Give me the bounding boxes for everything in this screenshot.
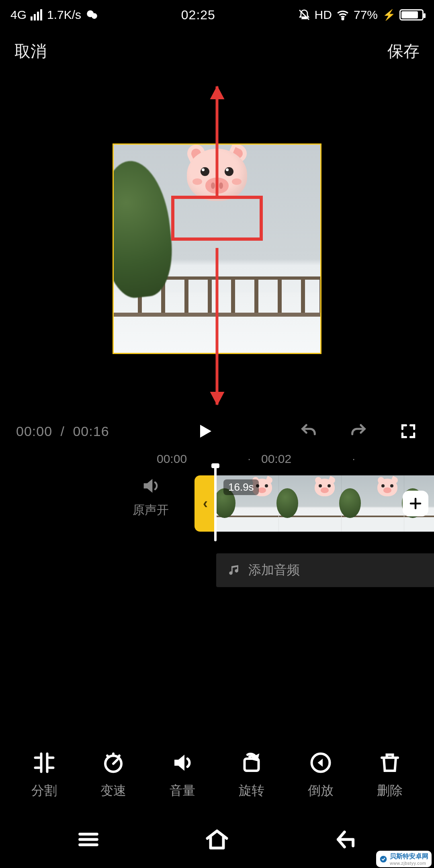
tool-volume[interactable]: 音量 [170,751,195,800]
battery-icon [399,9,424,20]
tool-bar: 分割 变速 音量 旋转 倒放 删除 [0,751,434,800]
clip-track[interactable]: ‹ 16.9s [194,475,434,532]
network-speed: 1.7K/s [47,8,81,22]
network-type: 4G [10,8,27,22]
system-nav-bar [0,818,434,862]
watermark-url: www.zjbstyy.com [390,861,428,866]
timecode: 00:00 / 00:16 [16,424,109,439]
clip[interactable]: 16.9s [216,475,434,532]
timeline[interactable]: 原声开 ‹ 16.9s [0,475,434,540]
battery-pct: 77% [354,8,378,22]
timeline-ruler[interactable]: 00:00 · 00:02 · [0,445,434,473]
time-current: 00:00 [16,424,52,439]
preview-area [0,77,434,411]
playhead[interactable] [214,465,217,541]
video-preview[interactable] [113,75,321,411]
add-audio-button[interactable]: 添加音频 [216,553,434,587]
hd-label: HD [315,8,332,22]
clip-left-handle[interactable]: ‹ [194,475,216,532]
status-bar: 4G 1.7K/s 02:25 HD 77% ⚡ [0,0,434,26]
status-time: 02:25 [181,8,215,23]
fullscreen-button[interactable] [399,422,418,441]
time-total: 00:16 [73,424,109,439]
ruler-tick: 00:00 [157,452,237,466]
tool-split[interactable]: 分割 [31,751,57,800]
tool-reverse[interactable]: 倒放 [308,751,334,800]
editor-top-bar: 取消 保存 [0,26,434,77]
nav-back-button[interactable] [333,827,358,854]
watermark-icon [379,855,387,863]
playback-row: 00:00 / 00:16 [0,411,434,445]
wechat-icon [85,8,99,22]
watermark-title: 贝斯特安卓网 [390,853,428,860]
svg-point-3 [342,18,344,20]
tool-delete[interactable]: 删除 [377,751,403,800]
status-left: 4G 1.7K/s [10,8,99,22]
undo-button[interactable] [299,422,318,441]
annotation-arrow-down [216,248,219,405]
clip-duration-badge: 16.9s [223,479,259,495]
ruler-tick: 00:02 [261,452,342,466]
tool-rotate[interactable]: 旋转 [239,751,264,800]
status-right: HD 77% ⚡ [298,8,424,22]
cancel-button[interactable]: 取消 [14,40,47,62]
wifi-icon [336,8,350,22]
signal-icon [31,9,42,20]
redo-button[interactable] [349,422,368,441]
svg-point-1 [92,13,97,19]
original-sound-toggle[interactable]: 原声开 [129,475,173,518]
watermark: 贝斯特安卓网 www.zjbstyy.com [376,851,432,867]
play-button[interactable] [194,422,214,441]
add-audio-label: 添加音频 [248,561,300,579]
annotation-arrow-up [216,86,219,198]
annotation-box [171,196,263,241]
tool-speed[interactable]: 变速 [100,751,126,800]
add-clip-button[interactable] [403,491,428,516]
music-note-icon [227,563,241,577]
nav-menu-button[interactable] [76,827,101,854]
charging-icon: ⚡ [383,9,395,21]
nav-home-button[interactable] [204,827,230,854]
save-button[interactable]: 保存 [387,40,420,62]
original-sound-label: 原声开 [129,502,173,518]
dnd-icon [298,8,311,21]
